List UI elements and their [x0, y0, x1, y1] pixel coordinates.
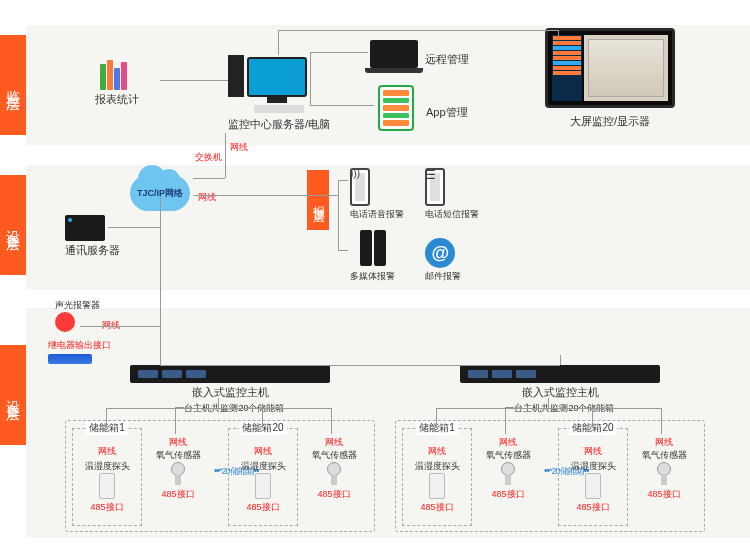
netcable-2: 网线: [198, 190, 216, 204]
remote-mgmt: 远程管理: [370, 40, 418, 68]
speaker-icon: [350, 230, 395, 268]
server-icon: [65, 215, 105, 241]
gas-sensor-icon: [657, 462, 671, 476]
report-stats: 报表统计: [95, 60, 139, 107]
tablet-icon: [378, 85, 414, 131]
relay-port: 继电器输出接口: [48, 338, 111, 364]
mail-icon: @: [425, 238, 455, 268]
monitor-icon: [247, 57, 307, 97]
switch-label: 交换机: [195, 150, 222, 164]
rack-server-icon: [460, 365, 660, 383]
pc-tower-icon: [228, 55, 244, 97]
gas-sensor-icon: [501, 462, 515, 476]
temp-sensor-icon: [99, 473, 115, 499]
center-server: 监控中心服务器/电脑: [228, 55, 330, 132]
rack-server-icon: [130, 365, 330, 383]
temp-sensor-icon: [255, 473, 271, 499]
storage-box-1-20: 储能箱20 网线 温湿度探头 485接口: [228, 428, 298, 526]
mail-alarm: @ 邮件报警: [425, 238, 461, 283]
layer-label-device-upper: 设备层: [0, 175, 26, 275]
netcable-1: 网线: [230, 140, 248, 154]
beacon-icon: [55, 312, 75, 332]
display-icon: [545, 28, 675, 108]
temp-sensor-icon: [429, 473, 445, 499]
netcable-3: 网线: [102, 318, 120, 332]
gas-2-20: 网线 氧气传感器 485接口: [634, 436, 694, 501]
storage-box-2-1: 储能箱1 网线 温湿度探头 485接口: [402, 428, 472, 526]
layer-label-device-lower: 设备层: [0, 345, 26, 445]
voice-alarm: ))) 电话语音报警: [350, 168, 404, 221]
books-icon: [95, 60, 131, 90]
relay-icon: [48, 354, 92, 364]
sms-alarm: ☰ 电话短信报警: [425, 168, 479, 221]
media-alarm: 多媒体报警: [350, 230, 395, 283]
layer-label-alarm: 报警层: [307, 170, 329, 230]
beacon-label: 声光报警器: [55, 298, 100, 312]
layer-label-monitor: 监控层: [0, 35, 26, 135]
storage-box-2-20: 储能箱20 网线 温湿度探头 485接口: [558, 428, 628, 526]
gas-sensor-icon: [171, 462, 185, 476]
beacon: [55, 312, 75, 332]
app-mgmt: App管理: [378, 85, 414, 131]
gas-1-1: 网线 氧气传感器 485接口: [148, 436, 208, 501]
gas-sensor-icon: [327, 462, 341, 476]
laptop-icon: [370, 40, 418, 68]
gas-2-1: 网线 氧气传感器 485接口: [478, 436, 538, 501]
big-display: 大屏监控/显示器: [545, 28, 675, 129]
storage-box-1-1: 储能箱1 网线 温湿度探头 485接口: [72, 428, 142, 526]
gas-1-20: 网线 氧气传感器 485接口: [304, 436, 364, 501]
comm-server: 通讯服务器: [65, 215, 120, 258]
temp-sensor-icon: [585, 473, 601, 499]
